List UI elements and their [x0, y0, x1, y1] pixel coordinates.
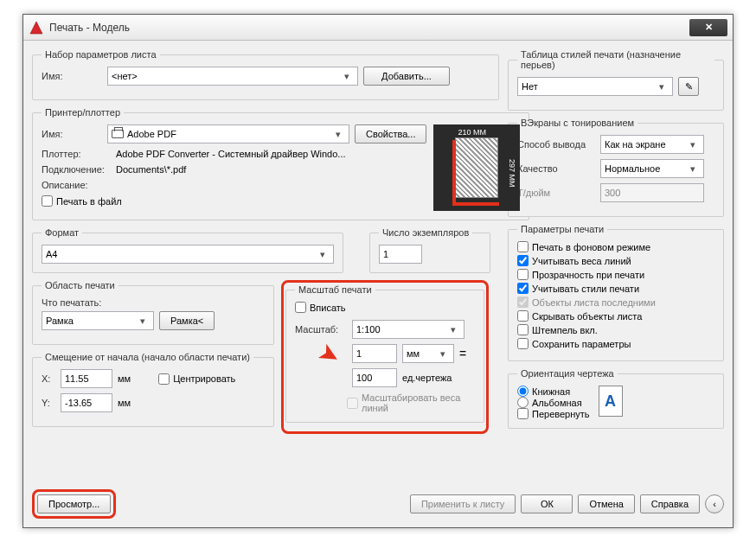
option-checkbox-4 [517, 297, 529, 308]
option-label-2: Прозрачность при печати [532, 270, 644, 280]
portrait-radio[interactable] [517, 386, 529, 397]
page-setup-name-combo[interactable]: <нет> ▾ [107, 67, 358, 86]
window-select-button[interactable]: Рамка< [159, 311, 215, 330]
option-label-4: Объекты листа последними [532, 297, 656, 308]
help-button[interactable]: Справка [640, 494, 700, 513]
chevron-down-icon: ▾ [655, 81, 669, 92]
printer-name-label: Имя: [42, 129, 102, 139]
quality-combo[interactable]: Нормальное ▾ [600, 159, 704, 178]
style-table-combo[interactable]: Нет ▾ [517, 77, 673, 96]
plot-options-legend: Параметры печати [517, 224, 607, 234]
preview-button[interactable]: Просмотр... [37, 494, 111, 513]
option-label-7: Сохранить параметры [532, 339, 631, 349]
offset-legend: Смещение от начала (начало области печат… [42, 352, 253, 362]
option-checkbox-1[interactable] [517, 255, 529, 266]
option-checkbox-3[interactable] [517, 283, 529, 294]
shade-mode-value: Как на экране [605, 139, 666, 150]
option-checkbox-2[interactable] [517, 269, 529, 280]
format-legend: Формат [42, 227, 82, 238]
plotter-label: Плоттер: [42, 149, 111, 159]
scale-units-label: ед.чертежа [402, 373, 452, 383]
printer-group: Принтер/плоттер Имя: Adobe PDF ▾ Свойств… [32, 107, 529, 220]
cancel-button[interactable]: Отмена [578, 494, 634, 513]
shaded-legend: ВЭкраны с тонированием [517, 118, 637, 128]
connection-label: Подключение: [42, 164, 111, 175]
plot-area-group: Область печати Что печатать: Рамка ▾ Рам… [32, 280, 274, 345]
plotter-value: Adobe PDF Converter - Системный драйвер … [116, 149, 346, 159]
shaded-viewport-group: ВЭкраны с тонированием Способ вывода Как… [508, 118, 724, 217]
equals-icon: = [459, 347, 466, 360]
fit-to-paper-checkbox[interactable] [295, 302, 306, 313]
center-label: Центрировать [173, 373, 235, 384]
close-button[interactable]: ✕ [689, 19, 727, 36]
page-setup-group: Набор параметров листа Имя: <нет> ▾ Доба… [32, 49, 499, 100]
quality-value: Нормальное [605, 163, 660, 174]
print-to-file-label: Печать в файл [56, 196, 122, 207]
scale-label: Масштаб: [295, 324, 347, 335]
scale-value: 1:100 [356, 324, 381, 335]
chevron-down-icon: ▾ [446, 324, 460, 335]
scale-unit-combo[interactable]: мм ▾ [402, 344, 454, 363]
chevron-down-icon: ▾ [331, 129, 345, 140]
option-label-6: Штемпель вкл. [532, 325, 598, 335]
option-label-3: Учитывать стили печати [532, 284, 639, 294]
copies-input[interactable] [379, 245, 422, 264]
option-label-5: Скрывать объекты листа [532, 311, 642, 322]
printer-name-combo[interactable]: Adobe PDF ▾ [107, 124, 349, 143]
connection-value: Documents\*.pdf [116, 164, 186, 175]
scale-units-input[interactable] [352, 368, 397, 387]
orientation-preview-icon: A [599, 386, 623, 417]
scale-group: Масштаб печати Вписать Масштаб: 1:100 ▾ [285, 284, 484, 423]
option-checkbox-7[interactable] [517, 338, 529, 349]
option-checkbox-6[interactable] [517, 324, 529, 335]
scale-lineweights-checkbox [347, 398, 358, 409]
offset-group: Смещение от начала (начало области печат… [32, 352, 274, 427]
plot-area-combo[interactable]: Рамка ▾ [42, 311, 154, 330]
app-icon [29, 20, 44, 35]
dpi-input [600, 183, 704, 202]
upside-down-checkbox[interactable] [517, 408, 529, 419]
x-offset-input[interactable] [61, 369, 112, 388]
upside-down-label: Перевернуть [532, 409, 590, 419]
what-to-plot-label: Что печатать: [42, 297, 265, 308]
edit-style-button[interactable]: ✎ [678, 77, 699, 96]
landscape-radio[interactable] [517, 397, 529, 408]
page-setup-name-value: <нет> [112, 71, 138, 81]
chevron-down-icon: ▾ [436, 348, 450, 360]
print-to-file-checkbox[interactable] [42, 195, 53, 207]
chevron-down-icon: ▾ [686, 163, 700, 175]
plot-area-legend: Область печати [42, 280, 119, 290]
plot-options-group: Параметры печати Печать в фоновом режиме… [508, 224, 724, 361]
x-label: X: [42, 373, 55, 384]
paper-size-combo[interactable]: A4 ▾ [42, 245, 334, 264]
printer-icon [112, 130, 124, 138]
ok-button[interactable]: ОК [521, 494, 573, 513]
chevron-down-icon: ▾ [136, 316, 150, 327]
dialog-footer: Просмотр... Применить к листу ОК Отмена … [32, 489, 724, 519]
description-label: Описание: [42, 180, 111, 190]
shade-mode-combo[interactable]: Как на экране ▾ [600, 135, 704, 154]
paper-preview: 210 MM 297 MM [433, 124, 520, 211]
y-offset-input[interactable] [61, 393, 112, 412]
fit-to-paper-label: Вписать [310, 303, 346, 313]
landscape-label: Альбомная [532, 398, 582, 408]
chevron-down-icon: ▾ [316, 249, 330, 260]
center-checkbox[interactable] [158, 373, 170, 385]
copies-legend: Число экземпляров [379, 227, 472, 238]
y-unit: мм [118, 398, 131, 408]
collapse-button[interactable]: ‹ [705, 494, 724, 513]
scale-mm-input[interactable] [352, 344, 397, 363]
printer-properties-button[interactable]: Свойства... [355, 124, 426, 143]
printer-legend: Принтер/плоттер [42, 107, 124, 118]
option-checkbox-5[interactable] [517, 310, 529, 322]
option-checkbox-0[interactable] [517, 241, 529, 252]
scale-combo[interactable]: 1:100 ▾ [352, 320, 464, 339]
chevron-down-icon: ▾ [686, 139, 700, 150]
print-dialog: Печать - Модель ✕ Набор параметров листа… [22, 14, 734, 528]
paper-size-value: A4 [46, 249, 57, 259]
plot-area-value: Рамка [46, 316, 74, 326]
scale-legend: Масштаб печати [295, 284, 375, 295]
shade-mode-label: Способ вывода [517, 139, 595, 150]
chevron-down-icon: ▾ [340, 71, 354, 82]
add-page-setup-button[interactable]: Добавить... [363, 67, 450, 86]
